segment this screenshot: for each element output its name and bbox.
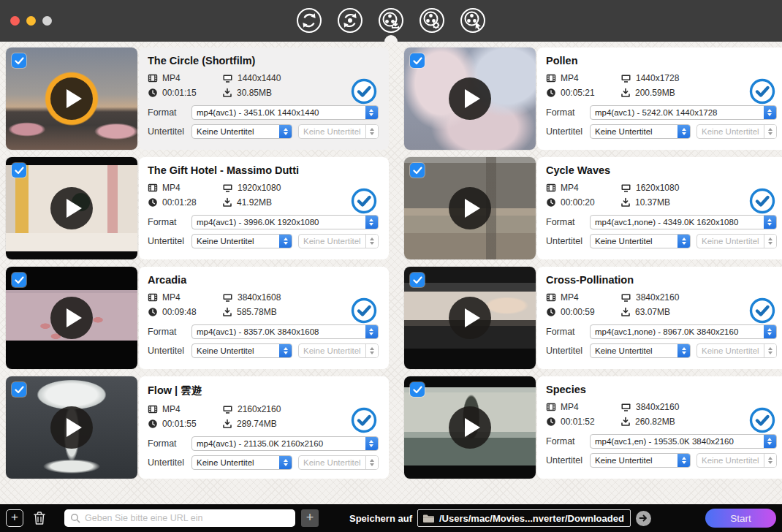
stepper-icon (365, 235, 378, 248)
play-button[interactable] (50, 77, 93, 120)
analyzed-badge[interactable] (351, 188, 377, 214)
start-button[interactable]: Start (705, 509, 776, 528)
url-input-field[interactable] (64, 509, 295, 527)
video-resolution: 1440x1728 (636, 73, 679, 83)
analyzed-badge[interactable] (749, 297, 775, 324)
secondary-subtitle-select[interactable]: Keine Untertitel (696, 453, 777, 468)
video-duration: 00:00:20 (561, 197, 595, 208)
format-label: Format (148, 107, 191, 118)
selected-checkbox[interactable] (410, 273, 425, 287)
add-url-button[interactable]: + (301, 509, 319, 527)
play-icon (465, 89, 480, 108)
selected-checkbox[interactable] (410, 382, 425, 397)
delete-task-button[interactable] (31, 509, 48, 527)
secondary-subtitle-select[interactable]: Keine Untertitel (298, 124, 379, 139)
selected-checkbox[interactable] (410, 53, 425, 68)
format-select[interactable]: mp4(avc1,none) - 4349.0K 1620x1080 (590, 215, 777, 229)
film-icon (546, 183, 556, 193)
play-button[interactable] (50, 406, 93, 449)
format-select[interactable]: mp4(avc1) - 21135.0K 2160x2160 (191, 436, 379, 451)
video-thumbnail[interactable] (404, 48, 536, 150)
analyzed-badge[interactable] (351, 78, 377, 104)
format-label: Format (148, 327, 191, 337)
secondary-subtitle-select[interactable]: Keine Untertitel (298, 343, 379, 358)
analyzed-badge[interactable] (749, 78, 775, 104)
secondary-subtitle-select[interactable]: Keine Untertitel (696, 234, 777, 248)
video-thumbnail[interactable] (404, 157, 536, 259)
video-thumbnail[interactable] (6, 157, 137, 259)
format-select[interactable]: mp4(avc1,none) - 8967.0K 3840x2160 (590, 324, 777, 339)
add-task-button[interactable]: + (6, 509, 23, 527)
stepper-icon (365, 325, 378, 338)
container-format: MP4 (561, 292, 579, 303)
open-folder-button[interactable] (636, 511, 651, 526)
download-size-icon (620, 307, 631, 317)
selected-checkbox[interactable] (410, 163, 425, 178)
format-select[interactable]: mp4(avc1) - 8357.0K 3840x1608 (191, 324, 379, 339)
selected-checkbox[interactable] (12, 382, 26, 397)
video-thumbnail[interactable] (404, 267, 536, 369)
subtitle-select[interactable]: Keine Untertitel (191, 124, 292, 139)
play-icon (67, 89, 82, 108)
subtitle-row: Untertitel Keine Untertitel Keine Untert… (546, 343, 777, 358)
subtitle-select[interactable]: Keine Untertitel (191, 234, 292, 248)
subtitle-select[interactable]: Keine Untertitel (590, 234, 691, 248)
stepper-icon (764, 125, 776, 138)
video-thumbnail[interactable] (6, 376, 137, 479)
video-filesize: 10.37MB (635, 197, 670, 208)
selected-checkbox[interactable] (12, 53, 26, 68)
play-button[interactable] (449, 297, 491, 339)
tab-ripper[interactable] (335, 6, 365, 35)
tab-toolbox[interactable] (417, 6, 447, 35)
video-duration: 00:00:59 (561, 307, 595, 317)
film-icon (546, 73, 556, 83)
subtitle-select[interactable]: Keine Untertitel (191, 455, 292, 470)
video-thumbnail[interactable] (404, 376, 536, 479)
secondary-subtitle-select[interactable]: Keine Untertitel (696, 343, 777, 358)
subtitle-row: Untertitel Keine Untertitel Keine Untert… (148, 234, 379, 248)
subtitle-select[interactable]: Keine Untertitel (590, 343, 691, 358)
video-thumbnail[interactable] (6, 48, 137, 150)
analyzed-badge[interactable] (749, 407, 775, 433)
play-button[interactable] (50, 187, 93, 229)
output-folder-field[interactable]: /Users/mac/Movies...nverter/Downloaded (417, 509, 631, 527)
clock-icon (546, 417, 556, 427)
analyzed-badge[interactable] (351, 297, 377, 324)
stepper-icon (764, 454, 776, 467)
analyzed-badge[interactable] (351, 407, 377, 433)
play-button[interactable] (50, 297, 93, 339)
video-title: Flow | 雲遊 (148, 384, 379, 398)
video-thumbnail[interactable] (6, 267, 137, 369)
subtitle-row: Untertitel Keine Untertitel Keine Untert… (148, 343, 379, 358)
video-info-panel: Cross-Pollination MP4 (537, 267, 782, 369)
stepper-icon (677, 235, 690, 248)
play-button[interactable] (449, 187, 491, 229)
video-title: The Circle (Shortfilm) (148, 55, 379, 66)
video-resolution: 1620x1080 (636, 183, 679, 193)
subtitle-select[interactable]: Keine Untertitel (590, 124, 691, 139)
subtitle-select[interactable]: Keine Untertitel (590, 453, 691, 468)
selected-checkbox[interactable] (12, 163, 26, 178)
selected-checkbox[interactable] (12, 273, 26, 287)
subtitle-row: Untertitel Keine Untertitel Keine Untert… (148, 455, 379, 470)
tab-downloader[interactable] (376, 6, 406, 35)
url-input[interactable] (85, 513, 289, 523)
format-select[interactable]: mp4(avc1) - 3451.0K 1440x1440 (191, 105, 379, 120)
tab-editor[interactable] (458, 6, 487, 35)
play-icon (465, 308, 480, 327)
subtitle-select[interactable]: Keine Untertitel (191, 343, 292, 358)
analyzed-badge[interactable] (749, 188, 775, 214)
play-button[interactable] (449, 77, 491, 120)
tab-convert[interactable] (295, 6, 324, 35)
format-select[interactable]: mp4(avc1,en) - 19535.0K 3840x2160 (590, 434, 777, 449)
video-filesize: 585.78MB (237, 307, 277, 317)
secondary-subtitle-select[interactable]: Keine Untertitel (298, 234, 379, 248)
video-grid: The Circle (Shortfilm) MP4 (6, 48, 782, 479)
stepper-icon (365, 456, 378, 469)
secondary-subtitle-select[interactable]: Keine Untertitel (298, 455, 379, 470)
format-select[interactable]: mp4(avc1) - 3996.0K 1920x1080 (191, 215, 379, 229)
video-resolution: 2160x2160 (238, 404, 281, 414)
format-select[interactable]: mp4(avc1) - 5242.0K 1440x1728 (590, 105, 777, 120)
play-button[interactable] (449, 406, 491, 449)
secondary-subtitle-select[interactable]: Keine Untertitel (696, 124, 777, 139)
